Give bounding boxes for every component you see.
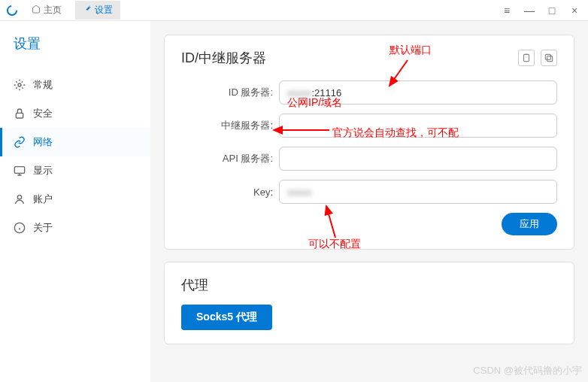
svg-point-1 <box>18 83 21 86</box>
titlebar: 主页 设置 ≡ — □ × <box>0 0 588 21</box>
sidebar-item-account[interactable]: 账户 <box>0 185 150 214</box>
proxy-card-title: 代理 <box>181 276 557 294</box>
sidebar-item-label: 账户 <box>33 193 53 206</box>
minimize-button[interactable]: — <box>519 2 540 19</box>
id-server-label: ID 服务器: <box>181 86 279 99</box>
sidebar-item-label: 网络 <box>33 135 53 149</box>
home-icon <box>32 5 41 16</box>
tab-home[interactable]: 主页 <box>24 1 69 20</box>
sidebar-item-security[interactable]: 安全 <box>0 99 150 128</box>
relay-server-input[interactable] <box>279 114 557 138</box>
close-button[interactable]: × <box>564 2 585 19</box>
svg-rect-7 <box>547 56 553 62</box>
sidebar-item-display[interactable]: 显示 <box>0 156 150 185</box>
sidebar: 设置 常规 安全 网络 显示 账户 关于 <box>0 21 150 382</box>
svg-rect-2 <box>16 113 23 118</box>
svg-rect-8 <box>545 54 550 59</box>
api-server-label: API 服务器: <box>181 152 279 165</box>
server-card: ID/中继服务器 ID 服务器: xxxxx:21116 中继服务器: API … <box>164 35 574 250</box>
svg-point-4 <box>17 196 21 199</box>
proxy-card: 代理 Socks5 代理 <box>164 262 574 344</box>
user-icon <box>14 193 26 205</box>
copy-icon[interactable] <box>541 50 557 66</box>
key-label: Key: <box>181 186 279 198</box>
sidebar-item-general[interactable]: 常规 <box>0 71 150 99</box>
app-logo-icon <box>6 5 18 17</box>
info-icon <box>14 222 26 234</box>
sidebar-item-about[interactable]: 关于 <box>0 214 150 242</box>
maximize-button[interactable]: □ <box>541 2 562 19</box>
svg-point-0 <box>8 6 17 15</box>
socks5-button[interactable]: Socks5 代理 <box>181 305 272 330</box>
monitor-icon <box>14 165 26 177</box>
id-server-input[interactable]: xxxxx:21116 <box>279 80 557 105</box>
sidebar-item-network[interactable]: 网络 <box>0 128 150 156</box>
sidebar-item-label: 关于 <box>33 221 53 235</box>
tab-home-label: 主页 <box>44 4 62 17</box>
gear-icon <box>14 79 26 91</box>
apply-button[interactable]: 应用 <box>502 213 557 235</box>
lock-icon <box>14 108 26 120</box>
content-area: ID/中继服务器 ID 服务器: xxxxx:21116 中继服务器: API … <box>150 21 588 382</box>
key-input[interactable]: xxxxx <box>279 180 557 204</box>
sidebar-item-label: 安全 <box>33 107 53 120</box>
relay-server-label: 中继服务器: <box>181 119 279 132</box>
svg-rect-3 <box>14 167 24 174</box>
api-server-input[interactable] <box>279 147 557 171</box>
tab-settings-label: 设置 <box>95 4 113 17</box>
watermark: CSDN @被代码撸的小宇 <box>473 364 582 377</box>
sidebar-item-label: 显示 <box>33 164 53 177</box>
svg-rect-6 <box>524 54 529 61</box>
menu-button[interactable]: ≡ <box>496 2 517 19</box>
link-icon <box>14 136 26 148</box>
tab-settings[interactable]: 设置 <box>75 1 120 20</box>
wrench-icon <box>83 5 92 16</box>
server-card-title: ID/中继服务器 <box>181 49 518 67</box>
sidebar-item-label: 常规 <box>33 78 53 92</box>
sidebar-title: 设置 <box>0 35 150 71</box>
paste-icon[interactable] <box>518 50 535 66</box>
